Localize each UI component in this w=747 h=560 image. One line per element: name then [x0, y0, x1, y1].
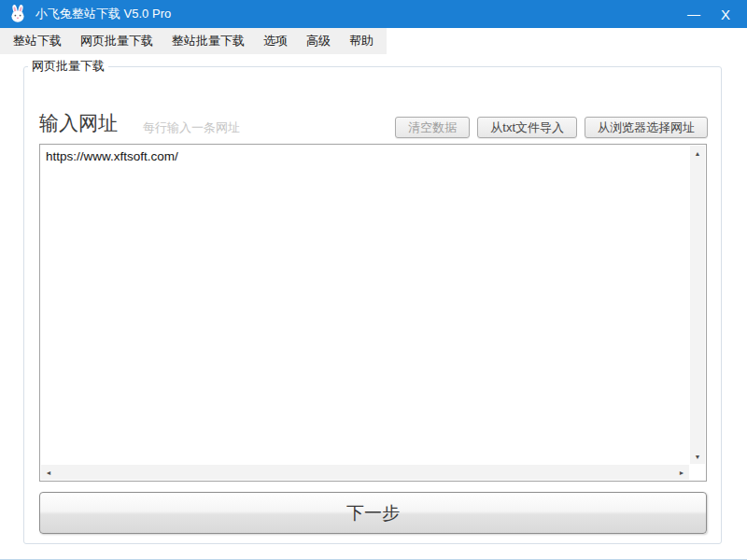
- menu-bar: 整站下载 网页批量下载 整站批量下载 选项 高级 帮助: [0, 28, 747, 54]
- menu-item-options[interactable]: 选项: [254, 28, 297, 54]
- menu-item-advanced[interactable]: 高级: [297, 28, 340, 54]
- scroll-up-icon[interactable]: ▲: [690, 146, 705, 161]
- app-window: 小飞兔整站下载 V5.0 Pro — X 整站下载 网页批量下载 整站批量下载 …: [0, 0, 747, 560]
- menu-item-site-batch-download[interactable]: 整站批量下载: [162, 28, 254, 54]
- menu-item-help[interactable]: 帮助: [340, 28, 383, 54]
- scroll-down-icon[interactable]: ▼: [690, 449, 705, 464]
- close-icon[interactable]: X: [710, 0, 741, 28]
- title-bar: 小飞兔整站下载 V5.0 Pro — X: [0, 0, 747, 28]
- page-title: 输入网址: [39, 110, 118, 136]
- minimize-icon[interactable]: —: [678, 0, 710, 28]
- url-list-input[interactable]: https://www.xftsoft.com/ ▲ ▼ ◄ ►: [39, 144, 707, 482]
- batch-download-groupbox: 网页批量下载 输入网址 每行输入一条网址 清空数据 从txt文件导入 从浏览器选…: [23, 60, 722, 544]
- window-controls: — X: [678, 0, 747, 28]
- menu-item-page-batch-download[interactable]: 网页批量下载: [71, 28, 162, 54]
- window-title: 小飞兔整站下载 V5.0 Pro: [35, 6, 171, 22]
- url-toolbar: 清空数据 从txt文件导入 从浏览器选择网址: [395, 117, 708, 138]
- import-from-txt-button[interactable]: 从txt文件导入: [477, 117, 577, 138]
- next-step-button[interactable]: 下一步: [39, 492, 707, 534]
- url-list-value[interactable]: https://www.xftsoft.com/: [40, 145, 689, 464]
- scroll-left-icon[interactable]: ◄: [41, 465, 56, 480]
- clear-data-button[interactable]: 清空数据: [395, 117, 470, 138]
- url-input-hint: 每行输入一条网址: [143, 119, 240, 136]
- groupbox-legend: 网页批量下载: [28, 60, 108, 73]
- vertical-scrollbar[interactable]: ▲ ▼: [690, 146, 705, 464]
- horizontal-scrollbar[interactable]: ◄ ►: [41, 465, 689, 480]
- menu-item-site-download[interactable]: 整站下载: [4, 28, 71, 54]
- select-from-browser-button[interactable]: 从浏览器选择网址: [585, 117, 708, 138]
- menu-strip: 整站下载 网页批量下载 整站批量下载 选项 高级 帮助: [0, 28, 387, 54]
- scroll-right-icon[interactable]: ►: [674, 465, 689, 480]
- rabbit-icon: [8, 5, 27, 23]
